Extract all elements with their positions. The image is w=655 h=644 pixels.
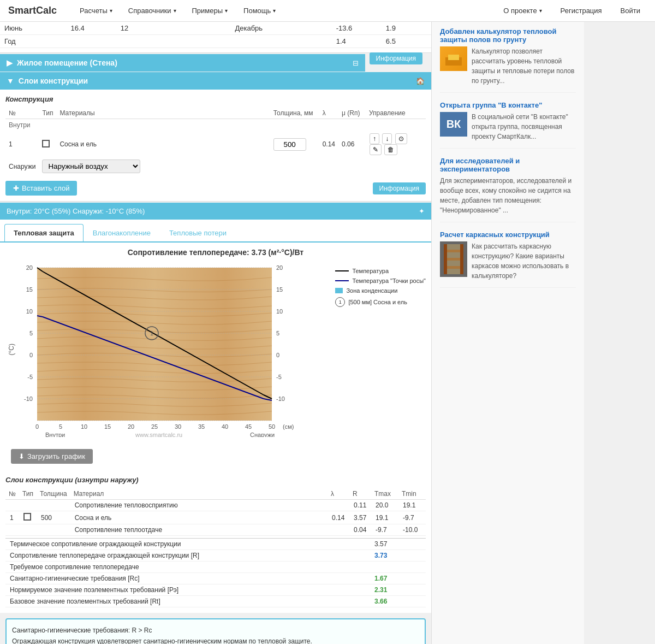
- heat-abs-tmin: 19.1: [398, 500, 426, 511]
- sanitary-value: 1.67: [370, 573, 409, 584]
- total-resistance-label: Сопротивление теплопередаче ограждающей …: [5, 550, 370, 562]
- download-button[interactable]: ⬇ Загрузить график: [11, 449, 93, 464]
- layers-table-title: Слои конструкции (изнутри наружу): [5, 476, 426, 484]
- svg-text:-5: -5: [276, 374, 282, 380]
- year-val1: 1.4: [332, 35, 382, 48]
- info-bar: Информация: [0, 48, 431, 53]
- svg-text:20: 20: [128, 423, 134, 430]
- legend-layer1-label: [500 мм] Сосна и ель: [348, 299, 407, 305]
- row1-lambda: 0.14: [327, 511, 349, 524]
- col-control: Управление: [366, 108, 426, 119]
- svg-text:40: 40: [222, 423, 228, 430]
- news-title-3[interactable]: Для исследователей и экспериментаторов: [440, 157, 576, 173]
- heat-abs-r: 0.11: [349, 500, 371, 511]
- table-header-row: № Тип Материалы Толщина, мм λ μ (Rп) Упр…: [5, 108, 426, 119]
- edit-button[interactable]: ✎: [370, 144, 382, 155]
- svg-text:0: 0: [276, 352, 279, 358]
- tab-moisture[interactable]: Влагонакопление: [84, 224, 160, 241]
- table-row: Июнь 16.4 12 Декабрь -13.6 1.9: [0, 22, 431, 35]
- nav-pomosh[interactable]: Помощь ▾: [237, 2, 282, 19]
- legend-condensation: Зона конденсации: [335, 287, 426, 294]
- result-line-1: Санитарно-гигиенические требования: R > …: [12, 625, 419, 636]
- dew-point-line-icon: [335, 280, 349, 281]
- construction-actions: ✚ Вставить слой Информация: [5, 181, 426, 196]
- vk-icon: ВК: [440, 112, 467, 137]
- svg-text:30: 30: [175, 423, 181, 430]
- living-room-header[interactable]: ▶ Жилое помещение (Стена) ⊟: [0, 54, 365, 72]
- news-text-1: Калькулятор позволяет рассчитать уровень…: [472, 46, 576, 86]
- add-layer-button[interactable]: ✚ Вставить слой: [5, 181, 77, 196]
- nav-registratsiya[interactable]: Регистрация: [554, 2, 609, 19]
- layers-table: № Тип Толщина Материал λ R Tmax Tmin: [5, 488, 426, 536]
- svg-text:www.smartcalc.ru: www.smartcalc.ru: [135, 432, 182, 437]
- chart-title: Сопротивление теплопередаче: 3.73 (м²·°С…: [5, 248, 426, 257]
- layers-header[interactable]: ▼ Слои конструкции 🏠: [0, 72, 431, 90]
- news-title-4[interactable]: Расчет каркасных конструкций: [440, 231, 576, 239]
- inside-label: Внутри: [5, 119, 426, 132]
- construction-info-button[interactable]: Информация: [373, 182, 426, 194]
- header: SmartCalc Расчеты ▾ Справочники ▾ Пример…: [0, 0, 655, 22]
- page-body: Июнь 16.4 12 Декабрь -13.6 1.9 Год 1.4 6…: [0, 22, 655, 644]
- row1-thickness: 500: [37, 511, 70, 524]
- settings-icon: ✦: [419, 207, 425, 215]
- chevron-down-icon: ▾: [539, 8, 542, 14]
- svg-text:15: 15: [276, 286, 283, 293]
- result-box: Санитарно-гигиенические требования: R > …: [5, 618, 426, 644]
- reset-button[interactable]: ⊙: [395, 133, 407, 144]
- outside-select[interactable]: Наружный воздух: [42, 159, 140, 173]
- tab-thermal-protection[interactable]: Тепловая защита: [4, 224, 84, 241]
- row-lambda: 0.14: [319, 131, 338, 157]
- col-num: №: [5, 488, 19, 500]
- nav-voyti[interactable]: Войти: [614, 2, 647, 19]
- news-title-1[interactable]: Добавлен калькулятор тепловой защиты пол…: [440, 27, 576, 44]
- svg-text:15: 15: [26, 286, 33, 293]
- table-row: 1 500 Сосна и ель 0.14 3.57 19.1 -9.7: [5, 511, 426, 524]
- heat-abs-tmax: 20.0: [371, 500, 398, 511]
- svg-text:-10: -10: [276, 395, 285, 402]
- table-row: Внутри: [5, 119, 426, 132]
- col-r: R: [349, 488, 371, 500]
- legend-temperature: Температура: [335, 268, 426, 274]
- sidebar: Добавлен калькулятор тепловой защиты пол…: [431, 22, 584, 644]
- outside-label: Снаружи: [5, 157, 39, 175]
- layers-section: Слои конструкции (изнутри наружу) № Тип …: [0, 470, 431, 613]
- june-val2: 12: [116, 22, 166, 35]
- nav-o-proekte[interactable]: О проекте ▾: [497, 2, 548, 19]
- row1-type: [19, 511, 37, 524]
- tab-heat-loss[interactable]: Тепловые потери: [160, 224, 236, 241]
- legend-dew-point: Температура "Точки росы": [335, 277, 426, 284]
- chevron-down-icon: ▾: [110, 8, 112, 14]
- download-icon: ⬇: [19, 452, 25, 460]
- move-down-button[interactable]: ↓: [382, 133, 392, 144]
- row-controls: ↑ ↓ ⊙ ✎ 🗑: [366, 131, 426, 157]
- col-type: Тип: [19, 488, 37, 500]
- construction-title: Конструкция: [5, 95, 426, 103]
- thickness-input[interactable]: [273, 138, 306, 151]
- col-lambda: λ: [319, 108, 338, 119]
- nav-spravochniki[interactable]: Справочники ▾: [122, 2, 183, 19]
- svg-text:-5: -5: [27, 374, 33, 380]
- news-item-2: Открыта группа "В контакте" ВК В социаль…: [440, 101, 576, 149]
- info-button[interactable]: Информация: [370, 52, 422, 64]
- home-icon: 🏠: [416, 77, 425, 85]
- svg-text:45: 45: [245, 423, 252, 430]
- table-row: Санитарно-гигиенические требования [Rc] …: [5, 573, 426, 584]
- svg-text:5: 5: [59, 423, 62, 430]
- nav-primery[interactable]: Примеры ▾: [186, 2, 235, 19]
- delete-button[interactable]: 🗑: [384, 144, 397, 155]
- construction-body: Конструкция № Тип Материалы Толщина, мм …: [0, 90, 431, 202]
- conditions-header[interactable]: Внутри: 20°C (55%) Снаружи: -10°C (85%) …: [0, 203, 431, 220]
- heat-em-tmax: -9.7: [371, 524, 398, 536]
- svg-text:Снаружи: Снаружи: [250, 432, 275, 437]
- nav-raschety[interactable]: Расчеты ▾: [73, 2, 119, 19]
- tabs-bar: Тепловая защита Влагонакопление Тепловые…: [0, 220, 431, 243]
- news-thumb-2: ВК: [440, 112, 467, 137]
- news-title-2[interactable]: Открыта группа "В контакте": [440, 101, 576, 109]
- news-text-3: Для экспериментаторов, исследователей и …: [440, 176, 576, 215]
- col-num: №: [5, 108, 39, 119]
- col-thickness: Толщина, мм: [270, 108, 319, 119]
- chevron-down-icon: ▾: [174, 8, 176, 14]
- row1-tmin: -9.7: [398, 511, 426, 524]
- move-up-button[interactable]: ↑: [370, 133, 379, 144]
- svg-text:-10: -10: [24, 395, 33, 402]
